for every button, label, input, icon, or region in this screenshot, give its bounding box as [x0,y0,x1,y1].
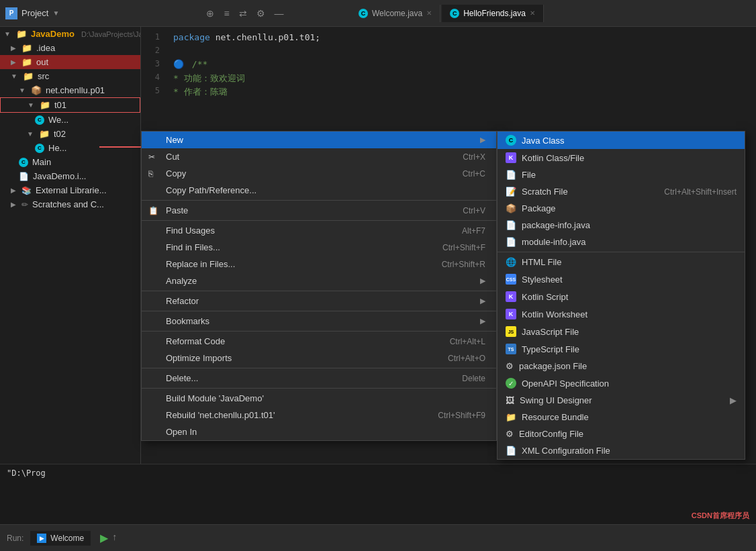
menu-item-bookmarks[interactable]: Bookmarks ▶ [142,311,496,330]
menu-item-cut[interactable]: ✂ Cut Ctrl+X [142,148,496,165]
menu-item-rebuild[interactable]: Rebuild 'net.chenllu.p01.t01' Ctrl+Shift… [142,407,496,423]
submenu-item-stylesheet[interactable]: CSS Stylesheet [498,270,745,288]
src-folder-icon: 📁 [23,71,34,81]
welcome-java-icon: C [35,115,44,125]
stylesheet-label: Stylesheet [522,274,563,285]
sidebar-item-t02[interactable]: ▼ 📁 t02 [0,127,140,141]
tab-welcome-java-close[interactable]: ✕ [426,9,432,17]
sidebar-item-scratches[interactable]: ▶ ✏ Scratches and C... [0,197,140,211]
scope-icon[interactable]: ⊕ [206,8,214,19]
menu-item-copy-path[interactable]: Copy Path/Reference... [142,182,496,199]
menu-item-new[interactable]: New ▶ [142,132,496,148]
menu-item-build-module[interactable]: Build Module 'JavaDemo' [142,388,496,407]
submenu-item-kotlin-worksheet[interactable]: K Kotlin Worksheet [498,305,745,323]
menu-item-reformat[interactable]: Reformat Code Ctrl+Alt+L [142,331,496,350]
menu-item-open-in[interactable]: Open In [142,423,496,440]
openapi-label: OpenAPI Specification [522,379,609,389]
sidebar-item-javademo[interactable]: ▼ 📁 JavaDemo D:\JavaProjects\JavaDemo [0,27,140,41]
minimize-icon[interactable]: — [275,8,284,19]
sidebar-item-src[interactable]: ▼ 📁 src [0,69,140,83]
scratch-icon: ✏ [21,200,28,209]
submenu-item-javascript[interactable]: JS JavaScript File [498,323,745,340]
src-label: src [38,71,49,81]
scratches-label: Scratches and C... [32,199,104,209]
menu-item-refactor[interactable]: Refactor ▶ [142,291,496,309]
sidebar-item-idea[interactable]: ▶ 📁 .idea [0,41,140,55]
submenu-item-xml[interactable]: 📄 XML Configuration File [498,442,745,459]
kotlin-script-label: Kotlin Script [522,292,568,302]
menu-replace-label: Replace in Files... [166,259,235,269]
submenu-item-resource-bundle[interactable]: 📁 Resource Bundle [498,409,745,425]
out-label: out [36,57,48,67]
arrow-right-icon: ▶ [11,44,16,52]
submenu-item-openapi[interactable]: ✓ OpenAPI Specification [498,374,745,392]
watermark-text: CSDN首席程序员 [692,511,749,519]
submenu-item-file[interactable]: 📄 File [498,166,745,183]
submenu-item-module-info[interactable]: 📄 module-info.java [498,234,745,250]
package-folder-icon: 📦 [31,85,42,95]
submenu-item-swing[interactable]: 🖼 Swing UI Designer ▶ [498,392,745,409]
menu-item-optimize-imports[interactable]: Optimize Imports Ctrl+Alt+O [142,350,496,366]
menu-item-copy[interactable]: ⎘ Copy Ctrl+C [142,165,496,182]
sidebar-item-external-libs[interactable]: ▶ 📚 External Librarie... [0,183,140,197]
html-label: HTML File [522,257,561,267]
run-tab-icon: ▶ [37,534,46,543]
sidebar-item-main[interactable]: C Main [0,155,140,169]
arrow-right-icon4: ▶ [11,201,16,208]
list-icon[interactable]: ≡ [224,8,229,19]
submenu-item-kotlin-class[interactable]: K Kotlin Class/File [498,149,745,166]
menu-item-paste[interactable]: 📋 Paste Ctrl+V [142,200,496,219]
arrow-down-icon4: ▼ [28,101,34,109]
menu-item-find-usages[interactable]: Find Usages Alt+F7 [142,220,496,239]
submenu-separator-1 [498,252,745,252]
sidebar-item-javademo-iml[interactable]: 📄 JavaDemo.i... [0,169,140,183]
settings-icon[interactable]: ⚙ [256,8,265,19]
hellofriends-icon: C [35,144,44,153]
resource-bundle-icon: 📁 [506,412,516,422]
submenu-item-editorconfig[interactable]: ⚙ EditorConfig File [498,425,745,442]
tab-hellofriends-java-close[interactable]: ✕ [530,9,535,17]
menu-item-find-in-files[interactable]: Find in Files... Ctrl+Shift+F [142,239,496,256]
menu-item-replace-in-files[interactable]: Replace in Files... Ctrl+Shift+R [142,256,496,272]
menu-paste-label: Paste [166,205,188,215]
resource-bundle-label: Resource Bundle [522,412,589,422]
code-line-1: 1 package net.chenllu.p01.t01; [141,32,756,46]
submenu-item-kotlin-script[interactable]: K Kotlin Script [498,288,745,305]
submenu-item-package-json[interactable]: ⚙ package.json File [498,358,745,374]
submenu-item-package-info[interactable]: 📄 package-info.java [498,217,745,234]
replace-shortcut: Ctrl+Shift+R [442,260,485,269]
swing-icon: 🖼 [506,395,514,405]
sidebar-item-t01[interactable]: ▼ 📁 t01 [0,97,140,113]
sidebar-item-hellofriends[interactable]: C He... [0,141,140,155]
editorconfig-icon: ⚙ [506,429,514,439]
menu-item-delete[interactable]: Delete... Delete [142,368,496,387]
expand-icon[interactable]: ⇄ [239,8,247,19]
sidebar-item-package[interactable]: ▼ 📦 net.chenllu.p01 [0,83,140,97]
tab-welcome-java[interactable]: C Welcome.java ✕ [350,5,440,22]
t01-folder-icon: 📁 [40,100,50,110]
play-icon[interactable]: ▶ [100,532,108,544]
submenu-item-html[interactable]: 🌐 HTML File [498,254,745,270]
up-icon[interactable]: ↑ [112,532,117,544]
code-line-3: 3 🔵 /** [141,59,756,72]
sidebar-item-out[interactable]: ▶ 📁 out [0,55,140,69]
scratch-file-icon: 📝 [506,187,516,197]
run-tab-welcome[interactable]: ▶ Welcome [30,531,91,546]
menu-item-analyze[interactable]: Analyze ▶ [142,272,496,289]
submenu-item-typescript[interactable]: TS TypeScript File [498,340,745,358]
tab-hellofriends-java[interactable]: C HelloFriends.java ✕ [442,5,544,22]
sidebar-item-welcome[interactable]: C We... [0,113,140,127]
submenu-item-package[interactable]: 📦 Package [498,200,745,217]
idea-folder-icon: 📁 [21,43,32,53]
paste-shortcut: Ctrl+V [463,206,485,215]
submenu-new: C Java Class K Kotlin Class/File 📄 File … [497,131,745,460]
package-info-icon: 📄 [506,220,516,230]
menu-cut-label: Cut [166,152,179,162]
submenu-item-java-class[interactable]: C Java Class [498,132,745,149]
submenu-item-scratch-file[interactable]: 📝 Scratch File Ctrl+Alt+Shift+Insert [498,183,745,200]
ts-icon: TS [506,344,516,354]
toolbar-icons: ⊕ ≡ ⇄ ⚙ — [145,8,345,19]
kotlin-script-icon: K [506,291,516,302]
project-dropdown-arrow[interactable]: ▼ [52,9,59,17]
terminal-output: "D:\Prog [0,464,756,482]
